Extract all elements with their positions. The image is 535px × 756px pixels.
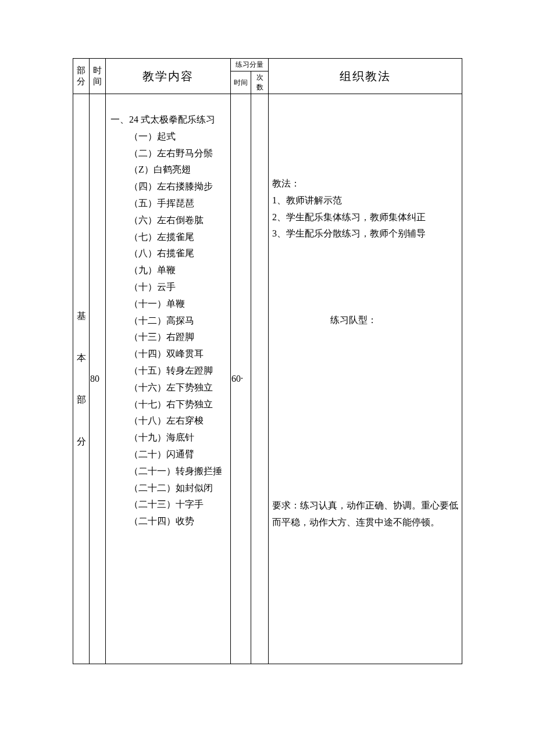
content-item: （二十三）十字手 <box>110 496 227 513</box>
content-item: （十五）转身左蹬脚 <box>110 363 227 379</box>
cell-content: 一、24 式太极拳配乐练习 （一）起式 （二）左右野马分鬃 （Z）白鹤亮翅 （四… <box>106 94 231 664</box>
header-content: 教学内容 <box>106 59 231 94</box>
cell-part: 基 本 部 分 <box>73 94 90 664</box>
content-item: （四）左右搂膝拗步 <box>110 178 227 195</box>
header-part: 部分 <box>73 59 90 94</box>
cell-amount-time: 60· <box>231 94 251 664</box>
cell-time: 80 <box>90 94 106 664</box>
content-item: （二）左右野马分鬃 <box>110 145 227 162</box>
method-title: 教法： <box>272 175 458 192</box>
method-item: 1、教师讲解示范 <box>272 192 458 209</box>
part-char: 部 <box>73 379 89 421</box>
header-time: 时间 <box>90 59 106 94</box>
header-amount: 练习分量 <box>231 59 269 71</box>
header-amount-time: 时间 <box>231 71 251 94</box>
content-item: （十六）左下势独立 <box>110 379 227 396</box>
content-item: （九）单鞭 <box>110 262 227 279</box>
content-item: （一）起式 <box>110 128 227 145</box>
part-char: 分 <box>73 421 89 463</box>
lesson-plan-table: 部分 时间 教学内容 练习分量 组织教法 时间 次数 基 本 部 分 80 一、… <box>73 58 462 664</box>
content-item: （十四）双峰贯耳 <box>110 346 227 363</box>
content-item: （十八）左右穿梭 <box>110 413 227 429</box>
content-item: （五）手挥琵琶 <box>110 195 227 212</box>
content-item: （十三）右蹬脚 <box>110 329 227 346</box>
part-char: 本 <box>73 337 89 379</box>
content-item: （二十四）收势 <box>110 513 227 530</box>
requirements-text: 要求：练习认真，动作正确、协调。重心要低而平稳，动作大方、连贯中途不能停顿。 <box>272 497 458 531</box>
content-item: （七）左揽雀尾 <box>110 229 227 246</box>
cell-amount-count <box>251 94 269 664</box>
method-item: 3、学生配乐分散练习，教师个别辅导 <box>272 225 458 242</box>
header-amount-count: 次数 <box>251 71 269 94</box>
content-item: （十）云手 <box>110 279 227 296</box>
content-item: （二十二）如封似闭 <box>110 480 227 497</box>
header-method: 组织教法 <box>269 59 462 94</box>
content-item: （六）左右倒卷肱 <box>110 212 227 229</box>
content-item: （Z）白鹤亮翅 <box>110 162 227 178</box>
part-char: 基 <box>73 295 89 337</box>
content-item: （八）右揽雀尾 <box>110 245 227 262</box>
content-item: （十九）海底针 <box>110 429 227 446</box>
content-item: （十七）右下势独立 <box>110 396 227 413</box>
content-title: 一、24 式太极拳配乐练习 <box>110 112 227 128</box>
content-item: （十二）高探马 <box>110 313 227 329</box>
method-item: 2、学生配乐集体练习，教师集体纠正 <box>272 209 458 226</box>
practice-formation-label: 练习队型： <box>272 312 458 329</box>
content-item: （二十一）转身搬拦捶 <box>110 463 227 480</box>
content-item: （二十）闪通臂 <box>110 446 227 463</box>
content-item: （十一）单鞭 <box>110 296 227 313</box>
cell-method: 教法： 1、教师讲解示范 2、学生配乐集体练习，教师集体纠正 3、学生配乐分散练… <box>269 94 462 664</box>
